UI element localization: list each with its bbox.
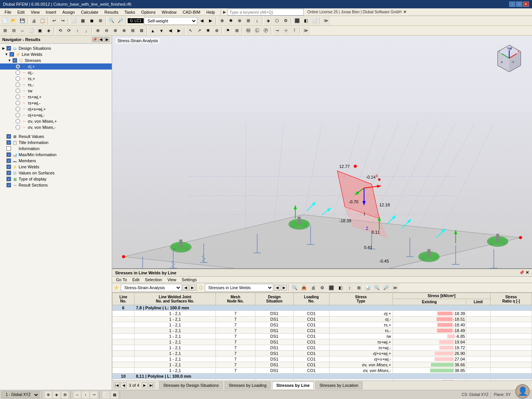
- radio-sigma-j-neg[interactable]: [16, 70, 20, 75]
- page-next-btn[interactable]: ▶: [142, 382, 148, 388]
- radio-tau-s-neg[interactable]: [16, 82, 20, 87]
- check-result-sections[interactable]: ✓: [6, 183, 11, 187]
- tb-extra-6[interactable]: ◈: [264, 17, 272, 25]
- rt-btn-sort[interactable]: ↕: [345, 283, 354, 292]
- results-menu-edit[interactable]: Edit: [130, 277, 142, 282]
- tb2-7[interactable]: ⟲: [56, 27, 64, 35]
- nav-prev-btn[interactable]: ◀: [198, 17, 206, 25]
- nav-next-btn[interactable]: ▶: [104, 37, 109, 42]
- tb-extra-10[interactable]: ◧: [302, 17, 310, 25]
- page-prev-btn[interactable]: ◀: [120, 382, 127, 388]
- results-table-wrap[interactable]: LineNo. Line Welded JointNo. and Surface…: [112, 293, 532, 380]
- tb-extra-2[interactable]: ✱: [226, 17, 235, 25]
- zoom2-btn[interactable]: 🔎: [116, 17, 125, 25]
- nav-next-btn[interactable]: ▶: [206, 17, 215, 25]
- tb2-30[interactable]: ⊸: [273, 27, 281, 35]
- tb-extra-11[interactable]: ⬜: [310, 17, 319, 25]
- stress-type-dropdown[interactable]: Stresses in Line Welds: [205, 284, 273, 291]
- menu-tasks[interactable]: Tasks: [121, 9, 138, 15]
- tree-item-sigma-v-mises-neg[interactable]: ~ σv, von Mises,-: [0, 124, 112, 130]
- print-btn[interactable]: 🖨: [30, 17, 38, 25]
- rt-btn-graph[interactable]: 📊: [364, 283, 372, 292]
- rt-stress-nav-prev[interactable]: ◀: [274, 285, 280, 291]
- tree-item-info[interactable]: Information: [0, 146, 112, 152]
- tb-extra-9[interactable]: ⬛: [293, 17, 301, 25]
- tb2-32[interactable]: ⊺: [290, 27, 299, 35]
- tree-item-line-welds-bottom[interactable]: ✓ ⚡ Line Welds: [0, 164, 112, 170]
- menu-help[interactable]: Help: [203, 9, 218, 15]
- rt-btn-filter[interactable]: 🔍: [291, 283, 299, 292]
- radio-sigma-j-pos[interactable]: [16, 64, 20, 69]
- tree-item-tau-w[interactable]: ~ τw: [0, 88, 112, 94]
- tree-item-members[interactable]: ✓ ▬ Members: [0, 158, 112, 164]
- tb-extra-1[interactable]: ⊕: [218, 17, 226, 25]
- check-design-situations[interactable]: ✓: [6, 46, 11, 51]
- tb2-2[interactable]: ⊟: [10, 27, 18, 35]
- check-maxmin[interactable]: ✓: [6, 152, 11, 157]
- tb2-25[interactable]: ⚑: [224, 27, 232, 35]
- rt-nav-prev[interactable]: ◀: [182, 285, 188, 291]
- sb-btn-2[interactable]: ◈: [53, 391, 60, 398]
- radio-sigma-v-mises-neg[interactable]: [16, 125, 20, 130]
- tree-item-type-display[interactable]: ✓ ▦ Type of display: [0, 176, 112, 182]
- tb2-28[interactable]: Ⓛ: [253, 27, 261, 35]
- radio-sigma-j-s-wj-pos[interactable]: [16, 107, 20, 111]
- tree-item-tau-s-neg[interactable]: ~ τs,-: [0, 82, 112, 88]
- results-menu-view[interactable]: View: [165, 277, 179, 282]
- menu-calculate[interactable]: Calculate: [78, 9, 101, 15]
- results-panel-pin[interactable]: 📌: [519, 270, 524, 275]
- check-values-surfaces[interactable]: ✓: [6, 171, 11, 175]
- tree-item-values-surfaces[interactable]: ✓ ⊡ Values on Surfaces: [0, 170, 112, 176]
- menu-close-btn[interactable]: ✕: [403, 10, 407, 14]
- tb2-21[interactable]: ↖: [186, 27, 195, 35]
- results-menu-selection[interactable]: Selection: [142, 277, 164, 282]
- tb2-20[interactable]: ▶: [175, 27, 183, 35]
- tree-item-title-info[interactable]: ✓ 📋 Title Information: [0, 139, 112, 146]
- sb-btn-1[interactable]: ⊕: [45, 391, 52, 398]
- redo-btn[interactable]: ↪: [59, 17, 67, 25]
- tb2-22[interactable]: ↗: [195, 27, 203, 35]
- sb-btn-4[interactable]: ↔: [74, 391, 81, 398]
- tree-item-tau-s-wj-pos[interactable]: ~ τs+wj,+: [0, 94, 112, 100]
- tb-extra-8[interactable]: ⚙: [282, 17, 290, 25]
- page-first-btn[interactable]: |◀: [114, 382, 120, 388]
- sb-btn-7[interactable]: ⬜: [103, 391, 109, 398]
- check-title-info[interactable]: ✓: [6, 140, 11, 145]
- check-info[interactable]: [6, 146, 11, 151]
- tb2-more[interactable]: ≫: [302, 27, 310, 35]
- rt-btn-cols[interactable]: ⬛: [327, 283, 336, 292]
- radio-tau-s-wj-neg[interactable]: [16, 101, 20, 105]
- rt-btn-group[interactable]: ⊞: [355, 283, 363, 292]
- page-last-btn[interactable]: ▶|: [149, 382, 155, 388]
- tb2-18[interactable]: ▼: [157, 27, 166, 35]
- view1-btn[interactable]: ⬜: [70, 17, 78, 25]
- nav-prev-btn[interactable]: ◀: [98, 37, 103, 42]
- tb2-23[interactable]: ✱: [204, 27, 212, 35]
- tb-extra-4[interactable]: ⊞: [244, 17, 252, 25]
- tb2-31[interactable]: ⊹: [282, 27, 290, 35]
- menu-insert[interactable]: Insert: [43, 9, 59, 15]
- menu-assign[interactable]: Assign: [59, 9, 78, 15]
- menu-cadbim[interactable]: CAD-BIM: [180, 9, 203, 15]
- tb2-4[interactable]: ⬜: [27, 27, 35, 35]
- save-btn[interactable]: 💾: [18, 17, 27, 25]
- tb2-5[interactable]: ▣: [36, 27, 44, 35]
- sb-btn-5[interactable]: ↕: [82, 391, 89, 398]
- tb2-1[interactable]: ⊞: [1, 27, 9, 35]
- tb2-14[interactable]: ⊕: [120, 27, 128, 35]
- tb2-3[interactable]: ↔: [18, 27, 27, 35]
- tb2-15[interactable]: ⊞: [128, 27, 137, 35]
- menu-view[interactable]: View: [28, 9, 43, 15]
- rt-btn-zoom-in[interactable]: 🔍: [373, 283, 381, 292]
- tree-item-sigma-j-pos[interactable]: ~ σj,+: [0, 63, 112, 70]
- rt-nav-next[interactable]: ▶: [189, 285, 195, 291]
- results-menu-goto[interactable]: Go To: [114, 277, 129, 282]
- tb2-13[interactable]: ⊗: [111, 27, 119, 35]
- results-menu-settings[interactable]: Settings: [179, 277, 199, 282]
- radio-tau-s-pos[interactable]: [16, 76, 20, 81]
- tab-design-situations[interactable]: Stresses by Design Situations: [159, 382, 223, 389]
- keyword-search-input[interactable]: [228, 9, 304, 16]
- tb2-12[interactable]: ⊖: [102, 27, 111, 35]
- check-line-welds[interactable]: ✓: [10, 52, 14, 57]
- radio-tau-w[interactable]: [16, 89, 20, 93]
